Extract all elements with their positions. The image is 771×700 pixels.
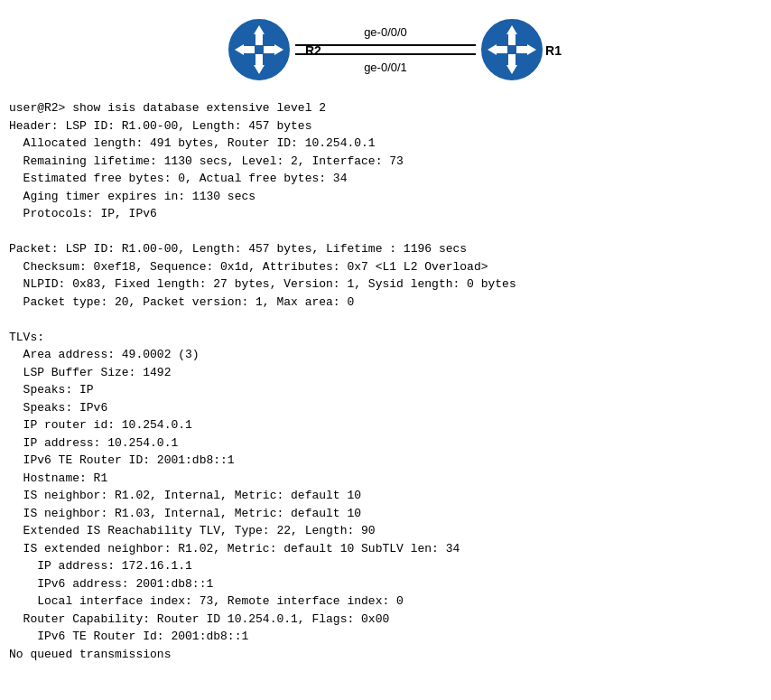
terminal-line: Packet: LSP ID: R1.00-00, Length: 457 by… [9, 240, 762, 258]
terminal-line: Extended IS Reachability TLV, Type: 22, … [9, 522, 762, 540]
terminal-line: Local interface index: 73, Remote interf… [9, 593, 762, 611]
terminal-line: user@R2> show isis database extensive le… [9, 99, 762, 117]
router-r1 [480, 18, 543, 81]
terminal-line: Speaks: IP [9, 381, 762, 399]
terminal-line: Protocols: IP, IPv6 [9, 205, 762, 223]
terminal-line: IS extended neighbor: R1.02, Metric: def… [9, 540, 762, 558]
terminal-line: TLVs: [9, 329, 762, 347]
link-bottom-label: ge-0/0/1 [364, 61, 407, 74]
terminal-line: Area address: 49.0002 (3) [9, 346, 762, 364]
terminal-line: Header: LSP ID: R1.00-00, Length: 457 by… [9, 117, 762, 135]
link-top-line [295, 44, 476, 46]
router-r1-icon [480, 18, 543, 81]
terminal-line: IS neighbor: R1.03, Internal, Metric: de… [9, 505, 762, 523]
terminal-line: Router Capability: Router ID 10.254.0.1,… [9, 611, 762, 629]
terminal-line: Aging timer expires in: 1130 secs [9, 188, 762, 206]
terminal-line: Estimated free bytes: 0, Actual free byt… [9, 170, 762, 188]
link-top-label: ge-0/0/0 [364, 25, 407, 39]
terminal-line: Speaks: IPv6 [9, 399, 762, 417]
router-r2 [228, 18, 291, 81]
terminal-line: Remaining lifetime: 1130 secs, Level: 2,… [9, 153, 762, 171]
terminal-line: No queued transmissions [9, 646, 762, 664]
router-r2-icon [228, 18, 291, 81]
link-area: ge-0/0/0 ge-0/0/1 [295, 25, 476, 74]
terminal-line: Allocated length: 491 bytes, Router ID: … [9, 135, 762, 153]
terminal-line: LSP Buffer Size: 1492 [9, 364, 762, 382]
terminal-output: user@R2> show isis database extensive le… [0, 99, 771, 663]
terminal-line: NLPID: 0x83, Fixed length: 27 bytes, Ver… [9, 275, 762, 294]
router-r1-label: R1 [545, 43, 562, 58]
link-bottom-line [295, 53, 476, 55]
blank-line [9, 311, 762, 329]
terminal-line: IPv6 address: 2001:db8::1 [9, 575, 762, 593]
terminal-line: Checksum: 0xef18, Sequence: 0x1d, Attrib… [9, 258, 762, 276]
terminal-line: IS neighbor: R1.02, Internal, Metric: de… [9, 487, 762, 505]
terminal-line: IP address: 172.16.1.1 [9, 557, 762, 575]
network-diagram: R2 ge-0/0/0 ge-0/0/1 [0, 9, 771, 99]
terminal-line: IP router id: 10.254.0.1 [9, 416, 762, 434]
terminal-line: Hostname: R1 [9, 470, 762, 488]
terminal-line: Packet type: 20, Packet version: 1, Max … [9, 294, 762, 312]
terminal-line: IPv6 TE Router Id: 2001:db8::1 [9, 628, 762, 646]
terminal-line: IPv6 TE Router ID: 2001:db8::1 [9, 452, 762, 470]
blank-line [9, 223, 762, 241]
terminal-line: IP address: 10.254.0.1 [9, 434, 762, 453]
